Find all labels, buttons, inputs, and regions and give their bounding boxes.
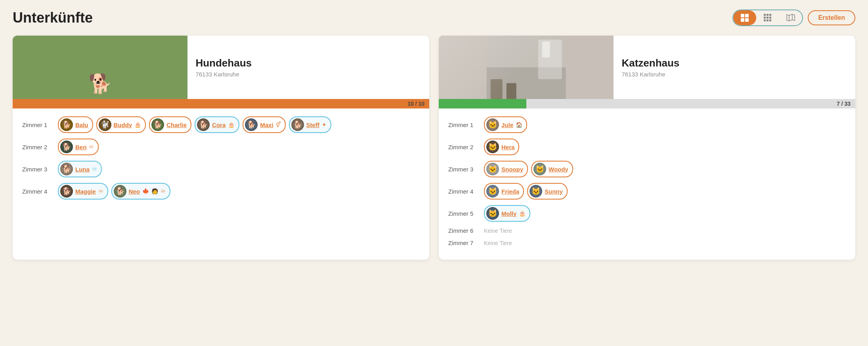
facility-card-katzenhaus: Katzenhaus 76133 Karlsruhe 7 / 33 Zimmer… [439,36,855,260]
room-row-katzenhaus-6: Zimmer 6 Keine Tiere [448,227,846,234]
facility-name-hundehaus: Hundehaus [195,57,421,69]
progress-fill-hundehaus [13,99,429,108]
pet-avatar-sunny: 🐱 [530,185,542,198]
view-grid-small-button[interactable] [756,10,779,25]
svg-rect-16 [487,67,566,99]
pet-badge-charlie[interactable]: 🐕 Charlie [149,116,191,133]
card-image-area-hundehaus: Hundehaus 76133 Karlsruhe [13,36,429,99]
pet-icon-molly-birthday: 🎂 [519,210,526,217]
card-body-katzenhaus: Zimmer 1 🐱 Jule 🏠 Zimmer 2 🐱 Hera [439,108,855,260]
pet-avatar-cora: 🐕 [197,118,210,131]
pet-name-cora[interactable]: Cora [212,122,226,128]
pet-badge-cora[interactable]: 🐕 Cora 🎂 [195,116,239,133]
room-label-katzenhaus-7: Zimmer 7 [448,240,480,246]
facility-image-katzenhaus [439,36,614,99]
pet-avatar-maxi: 🐕 [245,118,258,131]
room-label-katzenhaus-5: Zimmer 5 [448,210,480,217]
pets-group-katzenhaus-2: 🐱 Hera [484,139,519,155]
pet-name-buddy[interactable]: Buddy [114,122,132,128]
pet-badge-neo[interactable]: 🐕 Neo 🍁 🧑 ♾ [111,183,170,200]
pet-badge-maxi[interactable]: 🐕 Maxi ⚥ [243,116,285,133]
pet-badge-ben[interactable]: 🐕 Ben ♾ [58,139,99,155]
pet-name-luna[interactable]: Luna [75,166,90,173]
pet-icon-ben: ♾ [89,144,94,150]
pet-avatar-steff: 🐕 [291,118,304,131]
pet-name-balu[interactable]: Balu [75,122,88,128]
room-row-hundehaus-4: Zimmer 4 🐕 Maggie ♾ 🐕 Neo 🍁 🧑 ♾ [22,183,420,200]
progress-bar-katzenhaus: 7 / 33 [439,99,855,108]
pet-name-steff[interactable]: Steff [306,122,319,128]
svg-rect-0 [741,14,744,17]
pet-name-jule[interactable]: Jule [501,122,513,128]
room-label-katzenhaus-4: Zimmer 4 [448,188,480,195]
facility-card-hundehaus: Hundehaus 76133 Karlsruhe 10 / 10 Zimmer… [13,36,429,260]
pet-icon-neo-person: 🧑 [151,188,158,194]
header-controls: Erstellen [732,10,855,26]
svg-rect-9 [769,17,771,19]
pet-badge-woody[interactable]: 🐱 Woody [531,161,573,177]
room-label-katzenhaus-6: Zimmer 6 [448,227,480,234]
pet-avatar-molly: 🐱 [486,207,499,220]
create-button[interactable]: Erstellen [808,10,855,25]
pets-group-hundehaus-2: 🐕 Ben ♾ [58,139,99,155]
progress-bar-hundehaus: 10 / 10 [13,99,429,108]
room-label-katzenhaus-3: Zimmer 3 [448,166,480,173]
pet-icon-luna: ♾ [92,166,97,172]
no-animals-katzenhaus-6: Keine Tiere [484,228,512,234]
pet-name-frieda[interactable]: Frieda [501,188,519,195]
pet-name-molly[interactable]: Molly [501,210,516,217]
room-row-katzenhaus-1: Zimmer 1 🐱 Jule 🏠 [448,116,846,133]
room-row-katzenhaus-5: Zimmer 5 🐱 Molly 🎂 [448,205,846,222]
card-header-hundehaus: Hundehaus 76133 Karlsruhe 10 / 10 [13,36,429,108]
pet-icon-neo-leaf: 🍁 [142,188,149,194]
progress-fill-katzenhaus [439,99,526,108]
pet-name-maggie[interactable]: Maggie [75,188,96,195]
svg-rect-10 [764,19,766,21]
pet-name-maxi[interactable]: Maxi [260,122,273,128]
view-grid-large-button[interactable] [733,10,756,25]
svg-rect-20 [507,83,516,99]
view-map-button[interactable] [779,10,802,25]
pet-avatar-maggie: 🐕 [60,185,73,198]
facility-image-hundehaus [13,36,187,99]
room-label-hundehaus-4: Zimmer 4 [22,188,54,195]
capacity-label-hundehaus: 10 / 10 [407,101,424,107]
svg-rect-17 [538,40,562,79]
pet-badge-molly[interactable]: 🐱 Molly 🎂 [484,205,530,222]
svg-rect-18 [542,42,550,57]
pet-badge-luna[interactable]: 🐕 Luna ♾ [58,161,102,177]
facility-address-hundehaus: 76133 Karlsruhe [195,71,421,78]
pet-badge-hera[interactable]: 🐱 Hera [484,139,519,155]
pet-name-ben[interactable]: Ben [75,144,86,150]
pet-name-hera[interactable]: Hera [501,144,514,150]
pet-badge-buddy[interactable]: 🐩 Buddy 🎂 [96,116,146,133]
facility-info-katzenhaus: Katzenhaus 76133 Karlsruhe [614,36,855,99]
room-row-hundehaus-1: Zimmer 1 🐕 Balu 🐩 Buddy 🎂 🐕 Charlie [22,116,420,133]
pet-name-sunny[interactable]: Sunny [545,188,563,195]
pet-badge-maggie[interactable]: 🐕 Maggie ♾ [58,183,108,200]
pets-group-katzenhaus-5: 🐱 Molly 🎂 [484,205,530,222]
pet-avatar-buddy: 🐩 [99,118,111,131]
svg-rect-6 [769,14,771,16]
pet-badge-steff[interactable]: 🐕 Steff ✦ [289,116,331,133]
pet-name-woody[interactable]: Woody [549,166,568,173]
no-animals-katzenhaus-7: Keine Tiere [484,240,512,246]
pet-badge-balu[interactable]: 🐕 Balu [58,116,93,133]
pet-name-snoopy[interactable]: Snoopy [501,166,523,173]
svg-rect-1 [745,14,749,17]
pet-avatar-snoopy: 🐱 [486,163,499,175]
pet-name-neo[interactable]: Neo [129,188,140,195]
page-title: Unterkünfte [13,10,93,26]
pet-badge-sunny[interactable]: 🐱 Sunny [527,183,568,200]
pet-badge-frieda[interactable]: 🐱 Frieda [484,183,524,200]
facility-info-hundehaus: Hundehaus 76133 Karlsruhe [187,36,429,99]
svg-rect-15 [487,36,566,99]
pet-name-charlie[interactable]: Charlie [166,122,187,128]
pet-badge-snoopy[interactable]: 🐱 Snoopy [484,161,528,177]
pet-icon-steff-star: ✦ [322,122,327,128]
room-label-hundehaus-1: Zimmer 1 [22,122,54,128]
pet-icon-buddy-birthday: 🎂 [134,122,141,128]
svg-rect-5 [767,14,769,16]
pet-badge-jule[interactable]: 🐱 Jule 🏠 [484,116,527,133]
card-image-area-katzenhaus: Katzenhaus 76133 Karlsruhe [439,36,855,99]
